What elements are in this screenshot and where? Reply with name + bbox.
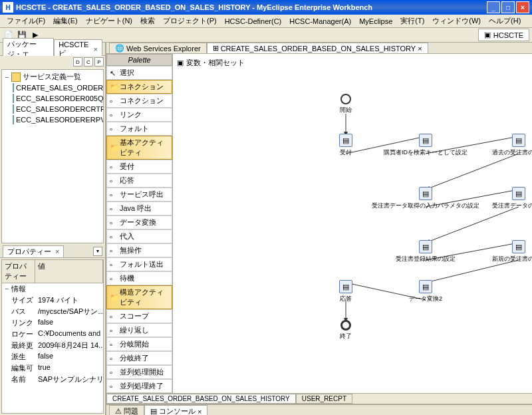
- close-icon[interactable]: ×: [418, 45, 422, 53]
- close-button[interactable]: ×: [516, 1, 529, 13]
- palette-select-tool[interactable]: ↖選択: [106, 66, 172, 80]
- pal-label: 応答: [120, 176, 134, 186]
- prop-row[interactable]: 最終更2009年8月24日 14...: [2, 340, 103, 351]
- flow-node[interactable]: 開始: [306, 94, 386, 114]
- menu-item[interactable]: 検索: [136, 15, 159, 27]
- node-label: 受注書データの取得: [492, 202, 533, 210]
- tool-icon: ▫: [110, 191, 118, 199]
- flow-node[interactable]: 終了: [306, 320, 386, 341]
- tree-item[interactable]: ECC_SALESORDER005QR: [3, 93, 102, 104]
- menu-item[interactable]: 実行(T): [396, 15, 428, 27]
- bottom-tab-user[interactable]: USER_RECPT: [296, 394, 352, 404]
- col-property[interactable]: プロパティー: [2, 260, 35, 283]
- palette-item[interactable]: ▫待機: [106, 271, 172, 285]
- menu-item[interactable]: ウィンドウ(W): [428, 15, 485, 27]
- palette-item[interactable]: ▫Java 呼出: [106, 202, 172, 215]
- menu-item[interactable]: プロジェクト(P): [159, 15, 221, 27]
- prop-key: 名前: [2, 374, 35, 385]
- menu-item[interactable]: 編集(E): [49, 15, 82, 27]
- menu-item[interactable]: HCSC-Definer(C): [221, 16, 286, 27]
- palette-item[interactable]: ▫分岐開始: [106, 337, 172, 351]
- close-icon[interactable]: ×: [94, 45, 98, 53]
- prop-row[interactable]: バス/mycscte/SAPサン...: [2, 306, 103, 317]
- palette-item[interactable]: ▫受付: [106, 160, 172, 174]
- properties-tab[interactable]: プロパティー×: [3, 245, 64, 257]
- bp-editor-tab[interactable]: ⊞CREATE_SALES_ORDER_BASED_ON_SALES_HISTO…: [207, 43, 428, 53]
- close-icon[interactable]: ×: [198, 408, 201, 416]
- prop-value: /mycscte/SAPサン...: [35, 306, 103, 317]
- palette-category[interactable]: 📁構造アクティビティ: [106, 285, 172, 309]
- palette-item[interactable]: ▫繰り返し: [106, 323, 172, 337]
- palette-item[interactable]: ▫無操作: [106, 243, 172, 257]
- palette-item[interactable]: ▫応答: [106, 174, 172, 188]
- console-tab[interactable]: ▤コンソール×: [144, 405, 207, 415]
- palette-item[interactable]: ▫コネクション: [106, 94, 172, 108]
- tab-label: Web Services Explorer: [126, 45, 201, 53]
- flow-node[interactable]: ▤過去の受注書の検索: [479, 134, 532, 157]
- close-icon[interactable]: ×: [55, 247, 59, 255]
- view-menu-icon[interactable]: ▾: [93, 247, 102, 256]
- menu-item[interactable]: ファイル(F): [3, 15, 49, 27]
- tree-root[interactable]: −サービス定義一覧: [3, 71, 102, 82]
- perspective-tab[interactable]: ▣ HCSCTE: [478, 29, 529, 41]
- menu-item[interactable]: ナビゲート(N): [82, 15, 136, 27]
- tree-item[interactable]: ECC_SALESORDERCRTRC: [3, 104, 102, 114]
- prop-key: 派生: [2, 351, 35, 362]
- tool-icon: ▫: [110, 261, 118, 269]
- palette-item[interactable]: ▫データ変換: [106, 215, 172, 229]
- flow-node[interactable]: ▤購買者IDを検索キーとして設定: [386, 134, 466, 157]
- tree-item[interactable]: ECC_SALESORDERERPV1001QR: [3, 114, 102, 125]
- prop-row[interactable]: 名前SAPサンプルシナリオ...: [2, 374, 103, 385]
- prop-row[interactable]: サイズ1974 バイト: [2, 295, 103, 306]
- prop-row[interactable]: ロケーC:¥Documents and ...: [2, 329, 103, 340]
- palette-item[interactable]: ▫フォルト: [106, 122, 172, 136]
- workflow-canvas[interactable]: ▣変数・相関セット 開始▤受付▤購買者IDを検索キーとして設定▤過去の受注書の検…: [173, 54, 532, 393]
- flow-node[interactable]: ▤受付: [306, 134, 386, 157]
- flow-node[interactable]: ▤データ変換2: [386, 280, 466, 303]
- pal-label: リンク: [120, 110, 142, 120]
- maximize-button[interactable]: □: [501, 1, 515, 13]
- palette-item[interactable]: ▫フォルト送出: [106, 257, 172, 271]
- service-tree[interactable]: −サービス定義一覧 CREATE_SALES_ORDER_BASED_ONECC…: [1, 69, 104, 243]
- flow-node[interactable]: ▤受注書登録結果の設定: [386, 240, 466, 263]
- palette-item[interactable]: ▫分岐終了: [106, 351, 172, 365]
- view-action-d[interactable]: D: [73, 57, 82, 67]
- palette-item[interactable]: ▫並列処理終了: [106, 379, 172, 393]
- bottom-tab-main[interactable]: CREATE_SALES_ORDER_BASED_ON_SALES_HISTOR…: [106, 394, 296, 404]
- col-value[interactable]: 値: [35, 260, 103, 283]
- problems-tab[interactable]: ⚠問題: [109, 405, 144, 415]
- folder-icon: 📁: [110, 144, 118, 152]
- prop-row[interactable]: リンクfalse: [2, 317, 103, 329]
- minimize-button[interactable]: _: [487, 1, 500, 13]
- pal-label: 代入: [120, 231, 134, 241]
- palette-category[interactable]: 📁基本アクティビティ: [106, 136, 172, 160]
- palette-item[interactable]: ▫代入: [106, 229, 172, 243]
- flow-node[interactable]: ▤新規の受注書の登録: [479, 240, 532, 263]
- prop-row[interactable]: 派生false: [2, 351, 103, 362]
- menu-item[interactable]: HCSC-Manager(A): [285, 16, 355, 27]
- menu-item[interactable]: MyEclipse: [355, 16, 396, 27]
- pal-label: 構造アクティビティ: [120, 287, 169, 307]
- palette-item[interactable]: ▫スコープ: [106, 309, 172, 323]
- prop-root-row[interactable]: −情報: [2, 283, 103, 295]
- palette-item[interactable]: ▫リンク: [106, 108, 172, 122]
- tree-item[interactable]: CREATE_SALES_ORDER_BASED_ON: [3, 82, 102, 93]
- titlebar: H HCSCTE - CREATE_SALES_ORDER_BASED_ON_S…: [0, 0, 532, 15]
- palette-item[interactable]: ▫サービス呼出: [106, 188, 172, 202]
- tool-icon: ▫: [110, 177, 118, 185]
- palette-item[interactable]: ▫並列処理開始: [106, 365, 172, 379]
- view-action-p[interactable]: P: [94, 57, 104, 67]
- flow-node[interactable]: ▤応答: [306, 280, 386, 303]
- tab-label: コンソール: [159, 406, 196, 415]
- node-label: 応答: [340, 295, 352, 303]
- web-explorer-tab[interactable]: 🌐Web Services Explorer: [109, 43, 207, 53]
- flow-node[interactable]: ▤受注書データ取得の入力パラメタの設定: [386, 187, 466, 210]
- prop-row[interactable]: 編集可true: [2, 362, 103, 374]
- tool-icon: ▫: [110, 275, 118, 283]
- palette-category[interactable]: 📁コネクション: [106, 80, 172, 94]
- prop-key: 編集可: [2, 362, 35, 374]
- view-action-c[interactable]: C: [84, 57, 93, 67]
- flow-node[interactable]: ▤受注書データの取得: [479, 187, 532, 210]
- menu-item[interactable]: ヘルプ(H): [485, 15, 525, 27]
- pal-label: Java 呼出: [120, 204, 152, 213]
